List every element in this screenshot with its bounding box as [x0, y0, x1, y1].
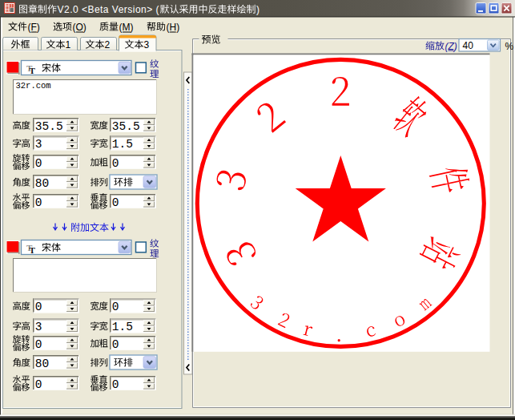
svg-text:2: 2	[105, 39, 111, 50]
svg-text:T: T	[30, 66, 36, 75]
svg-text:35.5: 35.5	[112, 120, 140, 133]
svg-text:32r.com: 32r.com	[16, 81, 51, 91]
svg-text:(F): (F)	[28, 22, 40, 33]
svg-text:(H): (H)	[167, 22, 180, 33]
svg-text:(Z): (Z)	[445, 41, 457, 52]
svg-text:0: 0	[112, 157, 119, 170]
svg-text:0: 0	[35, 196, 42, 209]
svg-text:0: 0	[112, 196, 119, 209]
svg-text:40: 40	[463, 40, 474, 51]
svg-text:%: %	[505, 41, 514, 52]
svg-text:1.5: 1.5	[112, 321, 133, 333]
svg-text:0: 0	[112, 378, 119, 391]
svg-text:80: 80	[35, 177, 49, 190]
svg-text:V2.0 <Beta Version> (: V2.0 <Beta Version> (	[58, 4, 159, 15]
svg-text:3: 3	[35, 138, 42, 151]
svg-text:0: 0	[35, 157, 42, 170]
svg-text:): )	[256, 4, 260, 15]
svg-text:0: 0	[112, 301, 119, 313]
svg-text:3: 3	[144, 39, 150, 50]
svg-text:1.5: 1.5	[112, 138, 133, 151]
svg-text:1: 1	[66, 39, 71, 50]
svg-text:80: 80	[35, 357, 49, 370]
svg-text:0: 0	[35, 338, 42, 351]
svg-text:35.5: 35.5	[35, 120, 63, 133]
svg-text:0: 0	[112, 338, 119, 351]
svg-text:0: 0	[35, 301, 42, 313]
svg-text:T: T	[30, 245, 36, 255]
svg-text:0: 0	[35, 378, 42, 391]
svg-text:(M): (M)	[119, 22, 134, 33]
svg-text:3: 3	[35, 321, 42, 333]
svg-text:(O): (O)	[73, 22, 87, 33]
